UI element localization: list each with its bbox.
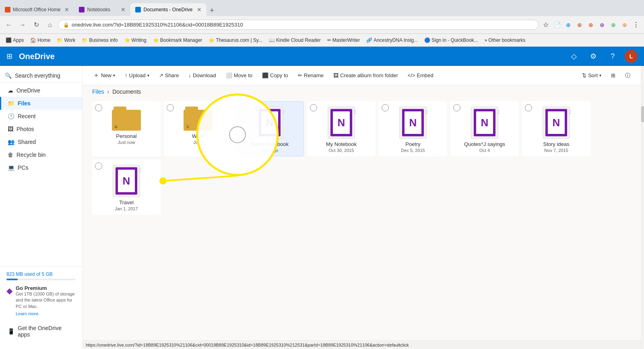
view-button[interactable]: ⊞ bbox=[607, 70, 619, 81]
search-button[interactable]: 🔍 Search everything bbox=[0, 69, 82, 82]
file-checkbox-work-folder[interactable] bbox=[167, 104, 174, 111]
sidebar-item-files[interactable]: 📁 Files bbox=[0, 97, 82, 110]
bookmark-bookmark-manager[interactable]: ⭐ Bookmark Manager bbox=[151, 37, 205, 44]
browser-address-bar: ← → ↻ ⌂ 🔒 onedrive.live.com/?id=18B89E19… bbox=[0, 16, 644, 34]
file-item-demo-notebook[interactable]: ✓ N Demo Notebook 12m ago bbox=[235, 101, 304, 156]
app-title[interactable]: OneDrive bbox=[19, 52, 55, 61]
ext3-button[interactable]: ⊕ bbox=[586, 20, 596, 30]
bookmark-other[interactable]: » Other bookmarks bbox=[482, 37, 528, 44]
status-bar: https://onedrive.live.com/?id=18B89E1925… bbox=[83, 340, 641, 349]
back-button[interactable]: ← bbox=[3, 19, 14, 31]
bookmark-business[interactable]: 📁 Business info bbox=[79, 37, 120, 44]
learn-more-link[interactable]: Learn more. bbox=[16, 311, 39, 316]
forward-button[interactable]: → bbox=[17, 19, 28, 31]
embed-icon: </> bbox=[408, 72, 415, 78]
copy-to-button[interactable]: ⬛ Copy to bbox=[258, 70, 292, 81]
file-item-my-notebook[interactable]: N My Notebook Oct 30, 2015 bbox=[307, 101, 376, 156]
avatar[interactable]: L bbox=[625, 50, 638, 63]
search-label: Search everything bbox=[15, 72, 60, 79]
url-text: onedrive.live.com/?id=18B89E1925310%2110… bbox=[72, 22, 243, 28]
breadcrumb-parent[interactable]: Files bbox=[92, 88, 104, 95]
bookmark-kindle[interactable]: 📖 Kindle Cloud Reader bbox=[266, 37, 323, 44]
share-button[interactable]: ↗ Share bbox=[155, 70, 183, 81]
storage-bar-fill bbox=[6, 279, 18, 280]
refresh-button[interactable]: ↻ bbox=[31, 19, 42, 31]
tab-notebooks-close[interactable]: ✕ bbox=[121, 6, 126, 13]
diamond-icon: ◆ bbox=[6, 286, 12, 296]
bookmark-quickbooks[interactable]: 🔵 Sign in - QuickBook... bbox=[422, 37, 480, 44]
download-button[interactable]: ↓ Download bbox=[184, 70, 220, 81]
file-checkbox-poetry[interactable] bbox=[382, 104, 389, 111]
file-item-poetry[interactable]: N Poetry Dec 5, 2015 bbox=[379, 101, 447, 156]
tab-onedrive[interactable]: Documents - OneDrive ✕ bbox=[130, 3, 206, 16]
ext6-button[interactable]: ⊕ bbox=[620, 20, 630, 30]
tab-notebooks[interactable]: Notebooks ✕ bbox=[74, 3, 130, 16]
menu-button[interactable]: ⋮ bbox=[631, 20, 641, 30]
star-button[interactable]: ☆ bbox=[541, 20, 551, 30]
file-item-story-ideas[interactable]: N Story ideas Nov 7, 2015 bbox=[522, 101, 590, 156]
scrollbar-thumb[interactable] bbox=[641, 106, 644, 122]
bookmark-writing[interactable]: ⭐ Writing bbox=[122, 37, 149, 44]
search-icon: 🔍 bbox=[5, 72, 12, 79]
file-checkbox-travel[interactable] bbox=[95, 162, 102, 170]
onenote-icon-my-notebook: N bbox=[328, 107, 355, 139]
file-checkbox-demo-notebook[interactable]: ✓ bbox=[238, 104, 246, 111]
create-album-button[interactable]: 🖼 Create album from folder bbox=[329, 70, 402, 81]
file-item-quotes-sayings[interactable]: N Quotes^J sayings Oct 4 bbox=[450, 101, 519, 156]
file-checkbox-personal-folder[interactable] bbox=[95, 104, 102, 111]
sidebar-item-recent[interactable]: 🕐 Recent bbox=[0, 110, 82, 123]
bookmark-home[interactable]: 🏠 Home bbox=[28, 37, 53, 44]
file-checkbox-story-ideas[interactable] bbox=[525, 104, 532, 111]
bookmark-masterwriter[interactable]: ✏ MasterWriter bbox=[325, 37, 362, 44]
reader-button[interactable]: 📄 bbox=[552, 20, 562, 30]
sidebar-item-onedrive[interactable]: ☁ OneDrive bbox=[0, 84, 82, 97]
url-bar[interactable]: 🔒 onedrive.live.com/?id=18B89E1925310%21… bbox=[58, 20, 539, 30]
sidebar-item-shared[interactable]: 👥 Shared bbox=[0, 135, 82, 148]
rewards-icon[interactable]: ◇ bbox=[567, 49, 581, 64]
sidebar-item-photos[interactable]: 🖼 Photos bbox=[0, 123, 82, 135]
tab-office[interactable]: Microsoft Office Home ✕ bbox=[0, 3, 74, 16]
info-icon: ⓘ bbox=[625, 72, 630, 79]
settings-icon[interactable]: ⚙ bbox=[586, 49, 601, 64]
bookmark-work[interactable]: 📁 Work bbox=[54, 37, 78, 44]
tab-onedrive-close[interactable]: ✕ bbox=[197, 6, 202, 13]
upload-button[interactable]: ↑ Upload ▾ bbox=[121, 70, 153, 81]
rename-button[interactable]: ✏ Rename bbox=[294, 70, 328, 81]
status-text: https://onedrive.live.com/?id=18B89E1925… bbox=[86, 343, 409, 347]
file-checkbox-my-notebook[interactable] bbox=[310, 104, 317, 111]
tab-office-close[interactable]: ✕ bbox=[64, 6, 69, 13]
new-tab-button[interactable]: + bbox=[206, 5, 218, 16]
scrollbar-track[interactable] bbox=[641, 66, 644, 349]
ext2-button[interactable]: ⊕ bbox=[575, 20, 584, 30]
file-item-travel[interactable]: N Travel Jan 1, 2017 bbox=[92, 160, 161, 215]
home-button[interactable]: ⌂ bbox=[44, 19, 56, 31]
ext4-button[interactable]: ⊕ bbox=[597, 20, 607, 30]
tab-bar: Microsoft Office Home ✕ Notebooks ✕ Docu… bbox=[0, 0, 644, 16]
new-button[interactable]: ＋ New ▾ bbox=[89, 69, 119, 82]
file-item-work-folder[interactable]: ↙ 7 Work Jul 3 bbox=[164, 101, 232, 156]
bookmark-ancestry[interactable]: 🧬 AncestryDNA Insig... bbox=[364, 37, 420, 44]
ext5-button[interactable]: ⊕ bbox=[609, 20, 618, 30]
file-checkbox-quotes-sayings[interactable] bbox=[453, 104, 460, 111]
ext1-button[interactable]: ⊕ bbox=[564, 20, 573, 30]
bookmark-apps[interactable]: ⬛ Apps bbox=[3, 37, 26, 44]
sort-button[interactable]: ⇅ Sort ▾ bbox=[578, 70, 605, 81]
tab-onedrive-label: Documents - OneDrive bbox=[143, 7, 192, 12]
get-apps-link[interactable]: 📱 Get the OneDrive apps bbox=[6, 322, 76, 341]
folder-icon-work-folder: ↙ 7 bbox=[184, 107, 213, 131]
waffle-icon[interactable]: ⊞ bbox=[6, 52, 12, 61]
help-icon[interactable]: ? bbox=[605, 49, 620, 64]
content-area: ＋ New ▾ ↑ Upload ▾ ↗ Share ↓ Download bbox=[83, 66, 641, 349]
file-name-personal-folder: Personal bbox=[116, 133, 136, 139]
embed-button[interactable]: </> Embed bbox=[404, 70, 438, 81]
album-icon: 🖼 bbox=[333, 72, 339, 78]
info-button[interactable]: ⓘ bbox=[621, 70, 634, 82]
file-item-personal-folder[interactable]: ↙ 4 Personal Just now bbox=[92, 101, 161, 156]
upload-icon: ↑ bbox=[125, 72, 128, 78]
move-to-button[interactable]: ⬜ Move to bbox=[222, 70, 256, 81]
sidebar-item-pcs[interactable]: 💻 PCs bbox=[0, 161, 82, 174]
premium-title: Go Premium bbox=[16, 285, 76, 291]
file-date-my-notebook: Oct 30, 2015 bbox=[329, 148, 354, 153]
bookmark-thesaurus[interactable]: ⭐ Thesaurus.com | Sy... bbox=[206, 37, 265, 44]
sidebar-item-recycle-bin[interactable]: 🗑 Recycle bin bbox=[0, 148, 82, 161]
